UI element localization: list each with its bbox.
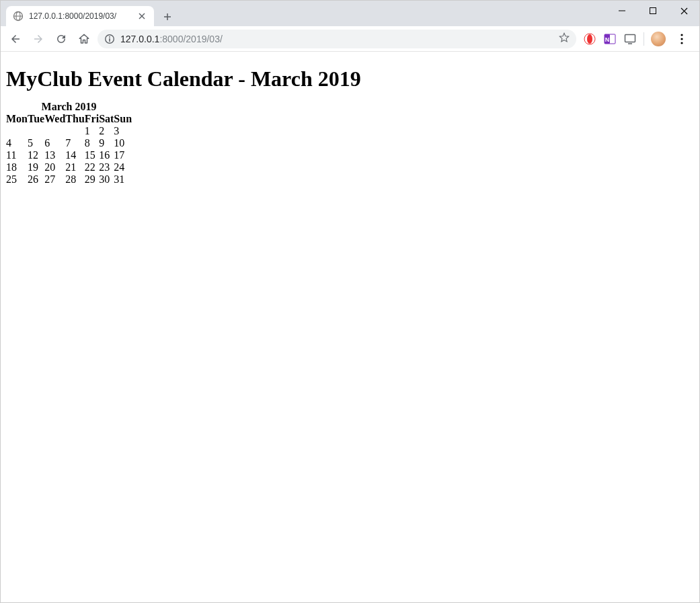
- browser-tab[interactable]: 127.0.0.1:8000/2019/03/: [6, 6, 154, 26]
- calendar-cell: 18: [6, 161, 28, 173]
- calendar-cell: 31: [114, 173, 132, 186]
- calendar-row: 4 5 6 7 8 9 10: [6, 137, 132, 149]
- calendar-cell: 19: [28, 161, 44, 173]
- calendar-cell: 4: [6, 137, 28, 149]
- close-window-button[interactable]: [668, 1, 699, 21]
- calendar-cell: 30: [99, 173, 114, 186]
- calendar-cell: 26: [28, 173, 44, 186]
- page-heading: MyClub Event Calendar - March 2019: [6, 67, 694, 91]
- weekday-header: Thu: [65, 113, 84, 125]
- site-info-icon[interactable]: [104, 34, 115, 44]
- calendar-cell: 27: [44, 173, 65, 186]
- calendar-cell: 20: [44, 161, 65, 173]
- opera-extension-icon[interactable]: [583, 32, 596, 46]
- calendar-cell: 22: [85, 161, 99, 173]
- browser-window: 127.0.0.1:8000/2019/03/: [0, 0, 700, 603]
- calendar-cell: 3: [114, 125, 132, 137]
- url-text: 127.0.0.1:8000/2019/03/: [120, 34, 553, 44]
- calendar-cell: 7: [65, 137, 84, 149]
- profile-avatar[interactable]: [651, 32, 666, 46]
- reload-button[interactable]: [52, 30, 71, 48]
- weekday-header: Fri: [85, 113, 99, 125]
- titlebar: 127.0.0.1:8000/2019/03/: [1, 1, 699, 26]
- maximize-button[interactable]: [637, 1, 668, 21]
- calendar-caption: March 2019: [6, 101, 132, 113]
- address-bar[interactable]: 127.0.0.1:8000/2019/03/: [98, 30, 576, 48]
- calendar-cell: 10: [114, 137, 132, 149]
- svg-point-22: [680, 38, 683, 40]
- minimize-button[interactable]: [607, 1, 637, 21]
- calendar-row: 25 26 27 28 29 30 31: [6, 173, 132, 186]
- extension-icons: N: [580, 30, 694, 48]
- tab-strip: 127.0.0.1:8000/2019/03/: [1, 1, 177, 26]
- calendar-cell: 8: [85, 137, 99, 149]
- window-controls: [607, 1, 699, 21]
- calendar-cell: 9: [99, 137, 114, 149]
- calendar-cell: 14: [65, 149, 84, 161]
- calendar-cell: 12: [28, 149, 44, 161]
- weekday-header: Sat: [99, 113, 114, 125]
- calendar-table: March 2019 Mon Tue Wed Thu Fri Sat Sun: [6, 101, 132, 186]
- svg-text:N: N: [605, 36, 610, 43]
- calendar-header-row: Mon Tue Wed Thu Fri Sat Sun: [6, 113, 132, 125]
- url-host: 127.0.0.1: [120, 34, 159, 44]
- toolbar: 127.0.0.1:8000/2019/03/ N: [1, 26, 699, 52]
- toolbar-divider: [644, 32, 644, 46]
- calendar-cell: 15: [85, 149, 99, 161]
- calendar-cell: [6, 125, 28, 137]
- weekday-header: Tue: [28, 113, 44, 125]
- screen-extension-icon[interactable]: [623, 32, 637, 46]
- url-path: :8000/2019/03/: [159, 34, 222, 44]
- calendar-cell: 28: [65, 173, 84, 186]
- calendar-row: 1 2 3: [6, 125, 132, 137]
- calendar-cell: 1: [85, 125, 99, 137]
- onenote-extension-icon[interactable]: N: [603, 32, 617, 46]
- weekday-header: Sun: [114, 113, 132, 125]
- calendar-cell: 25: [6, 173, 28, 186]
- calendar-cell: 21: [65, 161, 84, 173]
- calendar-row: 18 19 20 21 22 23 24: [6, 161, 132, 173]
- svg-point-15: [587, 34, 592, 44]
- page-content: MyClub Event Calendar - March 2019 March…: [1, 52, 699, 602]
- calendar-cell: 16: [99, 149, 114, 161]
- calendar-cell: 29: [85, 173, 99, 186]
- tab-title: 127.0.0.1:8000/2019/03/: [29, 11, 137, 21]
- calendar-cell: 5: [28, 137, 44, 149]
- calendar-cell: 23: [99, 161, 114, 173]
- calendar-cell: 13: [44, 149, 65, 161]
- calendar-cell: 24: [114, 161, 132, 173]
- back-button[interactable]: [6, 30, 25, 48]
- svg-rect-13: [109, 38, 110, 42]
- menu-button[interactable]: [672, 30, 691, 48]
- svg-point-23: [680, 42, 683, 44]
- calendar-cell: 2: [99, 125, 114, 137]
- bookmark-star-icon[interactable]: [559, 32, 570, 46]
- svg-rect-8: [650, 8, 656, 14]
- svg-point-21: [680, 34, 683, 36]
- close-tab-icon[interactable]: [137, 11, 147, 22]
- calendar-cell: 17: [114, 149, 132, 161]
- calendar-cell: 11: [6, 149, 28, 161]
- svg-point-12: [109, 36, 110, 38]
- weekday-header: Wed: [44, 113, 65, 125]
- calendar-cell: [28, 125, 44, 137]
- calendar-cell: 6: [44, 137, 65, 149]
- calendar-row: 11 12 13 14 15 16 17: [6, 149, 132, 161]
- calendar-body: 1 2 3 4 5 6 7 8 9 10 11 12 13 14: [6, 125, 132, 186]
- calendar-cell: [44, 125, 65, 137]
- svg-rect-19: [625, 34, 635, 42]
- forward-button[interactable]: [29, 30, 48, 48]
- home-button[interactable]: [75, 30, 93, 48]
- calendar-cell: [65, 125, 84, 137]
- weekday-header: Mon: [6, 113, 28, 125]
- globe-icon: [13, 11, 24, 22]
- new-tab-button[interactable]: [158, 7, 177, 26]
